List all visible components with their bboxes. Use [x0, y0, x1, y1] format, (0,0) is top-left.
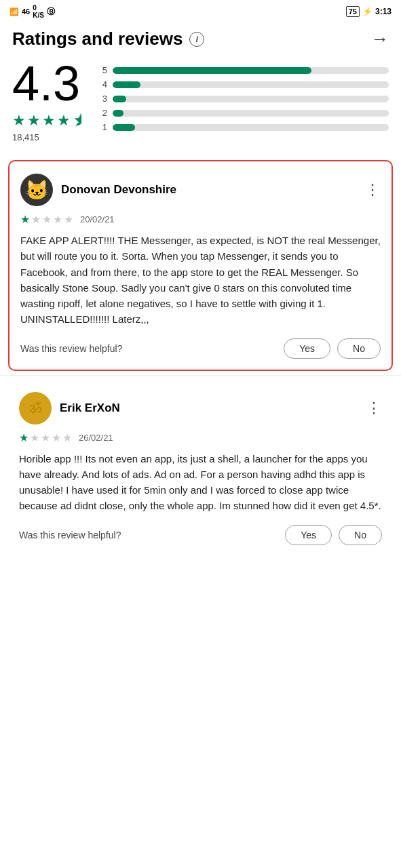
rev2-star-3: ★ — [41, 431, 50, 444]
more-options-2[interactable]: ⋮ — [366, 399, 382, 417]
status-left: 📶 46 0K/S Ⓑ — [9, 4, 55, 19]
rev1-star-5: ★ — [64, 213, 73, 226]
helpful-row-1: Was this review helpful? Yes No — [20, 338, 381, 359]
bar-track-4 — [113, 81, 389, 88]
review-meta-2: ★ ★ ★ ★ ★ 26/02/21 — [19, 431, 382, 444]
helpful-buttons-1: Yes No — [284, 338, 381, 359]
review-header-2: ॐ Erik ErXoN ⋮ — [19, 392, 382, 425]
review-text-2: Horible app !!! Its not even an app, its… — [19, 451, 382, 514]
rev2-star-1: ★ — [19, 431, 28, 444]
charging-icon: ⚡ — [362, 7, 373, 16]
bar-track-3 — [113, 96, 389, 102]
no-button-2[interactable]: No — [339, 525, 382, 545]
reviewer-info-2: ॐ Erik ErXoN — [19, 392, 120, 425]
rating-summary: 4.3 ★ ★ ★ ★ ⯨ 18,415 5 4 3 2 — [0, 59, 401, 156]
bar-row-1: 1 — [100, 122, 389, 132]
rating-left: 4.3 ★ ★ ★ ★ ⯨ 18,415 — [12, 59, 87, 142]
helpful-row-2: Was this review helpful? Yes No — [19, 525, 382, 545]
helpful-buttons-2: Yes No — [285, 525, 382, 545]
rev2-star-5: ★ — [62, 431, 72, 444]
rev2-star-2: ★ — [30, 431, 39, 444]
navigate-arrow[interactable]: → — [371, 28, 389, 50]
bar-track-1 — [113, 124, 389, 131]
review-card-2: ॐ Erik ErXoN ⋮ ★ ★ ★ ★ ★ 26/02/21 Horibl… — [8, 380, 393, 556]
bar-row-2: 2 — [100, 108, 389, 118]
big-rating-score: 4.3 — [12, 59, 87, 108]
bar-row-4: 4 — [100, 79, 389, 90]
rev1-star-4: ★ — [53, 213, 62, 226]
helpful-label-2: Was this review helpful? — [19, 530, 121, 540]
review-date-1: 20/02/21 — [80, 214, 115, 224]
info-icon[interactable]: i — [189, 32, 204, 47]
reviewer-name-1: Donovan Devonshire — [61, 183, 176, 197]
star-1: ★ — [12, 112, 26, 130]
no-button-1[interactable]: No — [337, 338, 381, 359]
status-bar: 📶 46 0K/S Ⓑ 75 ⚡ 3:13 — [0, 0, 401, 22]
time-label: 3:13 — [375, 7, 392, 16]
bar-track-5 — [113, 67, 389, 74]
rating-bars: 5 4 3 2 1 — [100, 65, 389, 136]
bar-label-3: 3 — [100, 94, 107, 104]
bar-label-2: 2 — [100, 108, 107, 118]
bar-fill-4 — [113, 81, 140, 88]
reviewer-name-2: Erik ErXoN — [60, 401, 120, 415]
status-right: 75 ⚡ 3:13 — [346, 6, 392, 17]
signal-icon: 📶 — [9, 7, 19, 16]
review-stars-1: ★ ★ ★ ★ ★ — [20, 213, 73, 226]
rating-count: 18,415 — [12, 132, 87, 142]
bar-fill-2 — [113, 110, 123, 117]
bar-track-2 — [113, 110, 389, 117]
yes-button-2[interactable]: Yes — [285, 525, 332, 545]
rev1-star-2: ★ — [31, 213, 41, 226]
bar-fill-5 — [113, 67, 311, 74]
network-label: 46 — [22, 7, 30, 16]
rev1-star-3: ★ — [42, 213, 52, 226]
page-header: Ratings and reviews i → — [0, 22, 401, 59]
page-title: Ratings and reviews — [12, 28, 183, 50]
more-options-1[interactable]: ⋮ — [365, 181, 381, 199]
reviewer-info-1: 🐱 Donovan Devonshire — [20, 174, 176, 206]
star-4: ★ — [57, 112, 71, 130]
review-header-1: 🐱 Donovan Devonshire ⋮ — [20, 174, 381, 206]
bar-label-1: 1 — [100, 122, 107, 132]
bar-label-4: 4 — [100, 79, 107, 90]
bluetooth-icon: Ⓑ — [47, 6, 55, 18]
yes-button-1[interactable]: Yes — [284, 338, 330, 359]
divider-1 — [0, 375, 401, 376]
rev1-star-1: ★ — [20, 213, 30, 226]
bar-label-5: 5 — [100, 65, 107, 75]
helpful-label-1: Was this review helpful? — [20, 343, 122, 354]
bar-row-3: 3 — [100, 94, 389, 104]
rev2-star-4: ★ — [52, 431, 61, 444]
avatar-1: 🐱 — [20, 174, 53, 206]
star-2: ★ — [27, 112, 41, 130]
avatar-2: ॐ — [19, 392, 52, 425]
bar-fill-1 — [113, 124, 135, 131]
speed-label: 0K/S — [33, 4, 44, 19]
star-half: ⯨ — [72, 112, 87, 130]
battery-indicator: 75 — [346, 6, 360, 17]
review-card-1: 🐱 Donovan Devonshire ⋮ ★ ★ ★ ★ ★ 20/02/2… — [8, 160, 393, 371]
rating-stars-row: ★ ★ ★ ★ ⯨ — [12, 112, 87, 130]
review-text-1: FAKE APP ALERT!!!! THE Messenger, as exp… — [20, 233, 381, 328]
bar-row-5: 5 — [100, 65, 389, 75]
header-left: Ratings and reviews i — [12, 28, 204, 50]
review-date-2: 26/02/21 — [79, 433, 113, 443]
star-3: ★ — [42, 112, 56, 130]
review-stars-2: ★ ★ ★ ★ ★ — [19, 431, 72, 444]
review-meta-1: ★ ★ ★ ★ ★ 20/02/21 — [20, 213, 381, 226]
bar-fill-3 — [113, 96, 126, 102]
